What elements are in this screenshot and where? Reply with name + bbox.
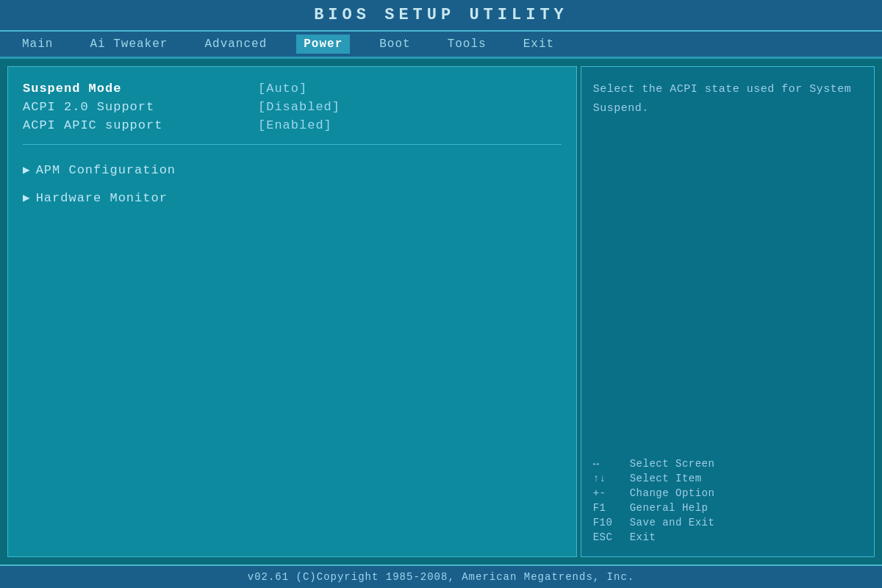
bios-screen: BIOS SETUP UTILITY MainAi TweakerAdvance… bbox=[0, 0, 882, 588]
right-panel: Select the ACPI state used for System Su… bbox=[581, 66, 875, 557]
left-panel: Suspend Mode[Auto]ACPI 2.0 Support[Disab… bbox=[7, 66, 577, 557]
setting-name: Suspend Mode bbox=[23, 82, 258, 96]
key-desc: Change Option bbox=[630, 487, 715, 499]
setting-row[interactable]: ACPI APIC support[Enabled] bbox=[23, 118, 562, 132]
setting-value: [Enabled] bbox=[258, 118, 332, 132]
main-content: Suspend Mode[Auto]ACPI 2.0 Support[Disab… bbox=[0, 59, 882, 564]
menu-item-boot[interactable]: Boot bbox=[372, 35, 417, 54]
title-bar: BIOS SETUP UTILITY bbox=[0, 0, 882, 32]
key-desc: General Help bbox=[630, 502, 709, 514]
menu-item-exit[interactable]: Exit bbox=[516, 35, 562, 54]
divider bbox=[23, 144, 562, 145]
submenu-row[interactable]: ▶APM Configuration bbox=[23, 162, 562, 177]
submenu-row[interactable]: ▶Hardware Monitor bbox=[23, 190, 562, 205]
menu-item-ai-tweaker[interactable]: Ai Tweaker bbox=[82, 35, 175, 54]
submenu-name: Hardware Monitor bbox=[36, 191, 168, 205]
menu-bar[interactable]: MainAi TweakerAdvancedPowerBootToolsExit bbox=[0, 32, 882, 59]
menu-item-tools[interactable]: Tools bbox=[440, 35, 494, 54]
submenu-arrow-icon: ▶ bbox=[23, 190, 30, 205]
key-row: ESCExit bbox=[593, 531, 862, 543]
key-help: ↔Select Screen↑↓Select Item+-Change Opti… bbox=[593, 458, 862, 543]
key-label: ↔ bbox=[593, 458, 621, 470]
key-row: +-Change Option bbox=[593, 487, 862, 499]
key-label: F1 bbox=[593, 502, 621, 514]
key-desc: Select Item bbox=[630, 473, 702, 484]
setting-value: [Disabled] bbox=[258, 100, 340, 114]
key-row: F1General Help bbox=[593, 502, 862, 514]
key-label: ↑↓ bbox=[593, 473, 621, 484]
setting-name: ACPI 2.0 Support bbox=[23, 100, 258, 114]
footer: v02.61 (C)Copyright 1985-2008, American … bbox=[0, 564, 882, 588]
setting-value: [Auto] bbox=[258, 82, 307, 96]
submenu-arrow-icon: ▶ bbox=[23, 162, 30, 177]
setting-name: ACPI APIC support bbox=[23, 118, 258, 132]
setting-row[interactable]: Suspend Mode[Auto] bbox=[23, 82, 562, 96]
bios-title: BIOS SETUP UTILITY bbox=[314, 6, 568, 24]
key-desc: Save and Exit bbox=[630, 517, 715, 528]
key-row: F10Save and Exit bbox=[593, 517, 862, 528]
key-row: ↑↓Select Item bbox=[593, 473, 862, 484]
menu-item-main[interactable]: Main bbox=[15, 35, 60, 54]
key-label: +- bbox=[593, 487, 621, 499]
submenu-name: APM Configuration bbox=[36, 163, 176, 177]
footer-text: v02.61 (C)Copyright 1985-2008, American … bbox=[248, 571, 634, 583]
help-text: Select the ACPI state used for System Su… bbox=[593, 80, 862, 118]
setting-row[interactable]: ACPI 2.0 Support[Disabled] bbox=[23, 100, 562, 114]
menu-item-advanced[interactable]: Advanced bbox=[197, 35, 274, 54]
key-row: ↔Select Screen bbox=[593, 458, 862, 470]
key-label: F10 bbox=[593, 517, 621, 528]
key-label: ESC bbox=[593, 531, 621, 543]
menu-item-power[interactable]: Power bbox=[296, 35, 350, 54]
key-desc: Exit bbox=[630, 531, 656, 543]
key-desc: Select Screen bbox=[630, 458, 715, 470]
